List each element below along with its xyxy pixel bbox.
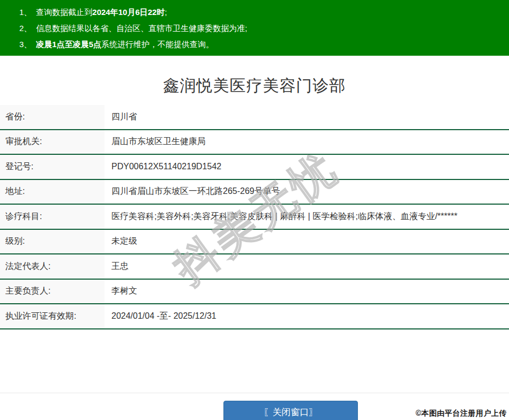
table-row-registration-number: 登记号: PDY00612X51140219D1542 xyxy=(0,155,509,180)
upload-note-watermark: ©本图由平台注册用户上传 xyxy=(416,409,507,418)
notice-text: 信息数据结果以各省、自治区、直辖市卫生健康委数据为准; xyxy=(36,24,247,33)
notice-text: ; xyxy=(164,8,167,17)
field-label: 执业许可证有效期: xyxy=(0,304,104,328)
field-value: 李树文 xyxy=(104,280,509,304)
footer-divider xyxy=(0,393,509,393)
notice-number: 2、 xyxy=(19,24,32,33)
table-row-approval-authority: 审批机关: 眉山市东坡区卫生健康局 xyxy=(0,130,509,155)
notice-text: 系统进行维护，不能提供查询。 xyxy=(101,40,214,49)
field-label: 地址: xyxy=(0,180,104,204)
close-window-button[interactable]: 〖关闭窗口〗 xyxy=(223,401,358,420)
field-value: 医疗美容科;美容外科;美容牙科;美容皮肤科 | 麻醉科 | 医学检验科;临床体液… xyxy=(104,205,509,229)
notice-number: 1、 xyxy=(19,8,32,17)
page-title: 鑫润悦美医疗美容门诊部 xyxy=(0,75,509,97)
notice-text-bold: 凌晨1点至凌晨5点 xyxy=(36,40,101,49)
field-value: PDY00612X51140219D1542 xyxy=(104,155,509,179)
field-value: 未定级 xyxy=(104,230,509,254)
table-row-level: 级别: 未定级 xyxy=(0,230,509,255)
notice-text: 查询数据截止到 xyxy=(36,8,92,17)
field-value: 眉山市东坡区卫生健康局 xyxy=(104,130,509,154)
field-label: 诊疗科目: xyxy=(0,205,104,229)
notice-number: 3、 xyxy=(19,40,32,49)
notice-text-bold: 2024年10月6日22时 xyxy=(92,8,164,17)
field-label: 登记号: xyxy=(0,155,104,179)
table-row-legal-representative: 法定代表人: 王忠 xyxy=(0,254,509,280)
field-value: 四川省眉山市东坡区一环北路265-269号单号 xyxy=(104,180,509,204)
table-row-address: 地址: 四川省眉山市东坡区一环北路265-269号单号 xyxy=(0,180,509,205)
field-value: 四川省 xyxy=(104,105,509,129)
field-label: 审批机关: xyxy=(0,130,104,154)
field-label: 级别: xyxy=(0,230,104,254)
field-value: 王忠 xyxy=(104,254,509,279)
notice-line-3: 3、凌晨1点至凌晨5点系统进行维护，不能提供查询。 xyxy=(19,36,504,52)
table-row-medical-subjects: 诊疗科目: 医疗美容科;美容外科;美容牙科;美容皮肤科 | 麻醉科 | 医学检验… xyxy=(0,205,509,230)
notice-banner: 1、查询数据截止到2024年10月6日22时; 2、信息数据结果以各省、自治区、… xyxy=(0,0,509,56)
field-value: 2024/01/04 -至- 2025/12/31 xyxy=(104,304,509,328)
field-label: 法定代表人: xyxy=(0,254,104,279)
table-row-person-in-charge: 主要负责人: 李树文 xyxy=(0,280,509,305)
field-label: 主要负责人: xyxy=(0,280,104,304)
table-row-license-validity: 执业许可证有效期: 2024/01/04 -至- 2025/12/31 xyxy=(0,304,509,329)
table-row-province: 省份: 四川省 xyxy=(0,105,509,130)
field-label: 省份: xyxy=(0,105,104,129)
notice-line-2: 2、信息数据结果以各省、自治区、直辖市卫生健康委数据为准; xyxy=(19,20,504,36)
institution-info-table: 省份: 四川省 审批机关: 眉山市东坡区卫生健康局 登记号: PDY00612X… xyxy=(0,105,509,329)
notice-line-1: 1、查询数据截止到2024年10月6日22时; xyxy=(19,4,504,20)
